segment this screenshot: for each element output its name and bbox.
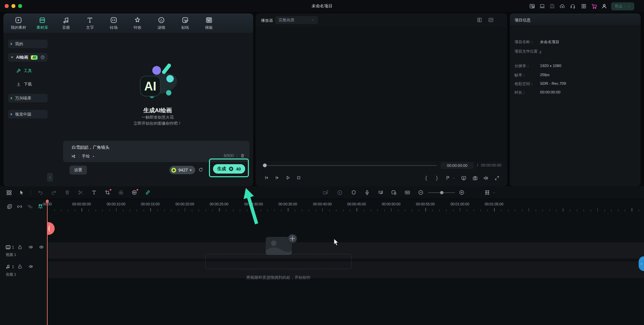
sidebar-item-my[interactable]: 我的 bbox=[8, 40, 48, 48]
screen-record-icon[interactable] bbox=[323, 190, 329, 196]
credits-pill[interactable]: 9427 + bbox=[169, 166, 195, 174]
prompt-input[interactable]: 白雪皑皑，广角镜头 bbox=[72, 145, 110, 150]
seek-bar[interactable] bbox=[262, 165, 437, 166]
audio-lock-icon[interactable] bbox=[17, 264, 22, 269]
play-icon[interactable] bbox=[285, 175, 291, 181]
ripple-edit-icon[interactable] bbox=[27, 204, 33, 209]
upload-cloud-icon[interactable] bbox=[559, 3, 565, 9]
refresh-credits-icon[interactable] bbox=[198, 167, 203, 172]
tab-stock-library[interactable]: 素材库 bbox=[32, 16, 53, 30]
playhead-top-marker[interactable] bbox=[46, 200, 49, 203]
playhead-handle[interactable] bbox=[48, 222, 55, 235]
generate-button[interactable]: 生成 40 bbox=[213, 164, 245, 174]
ai-audio-icon[interactable] bbox=[131, 190, 137, 195]
auto-link-icon[interactable] bbox=[17, 204, 22, 209]
zoom-slider-handle[interactable] bbox=[440, 191, 443, 194]
mirror-display-icon[interactable] bbox=[461, 175, 467, 181]
add-to-track-icon[interactable] bbox=[7, 204, 12, 209]
store-cart-icon[interactable] bbox=[591, 3, 597, 9]
add-text-icon[interactable] bbox=[91, 190, 97, 195]
scopes-icon[interactable] bbox=[488, 17, 494, 23]
style-selector[interactable]: 手绘 bbox=[82, 153, 95, 159]
delete-trash-icon[interactable] bbox=[64, 190, 70, 195]
sidebar-item-tools[interactable]: 工具 bbox=[13, 66, 53, 75]
volume-speaker-icon[interactable] bbox=[483, 175, 489, 181]
help-icon[interactable] bbox=[40, 55, 45, 60]
fullscreen-expand-icon[interactable] bbox=[494, 176, 499, 181]
player-layout-icon[interactable] bbox=[477, 17, 482, 23]
tab-effects[interactable]: 特效 bbox=[127, 16, 148, 30]
account-icon[interactable] bbox=[601, 3, 607, 9]
tab-audio[interactable]: 音频 bbox=[56, 16, 76, 30]
preview-play-icon[interactable] bbox=[337, 190, 343, 196]
sidebar-item-visual-china[interactable]: 视觉中国 bbox=[8, 110, 48, 119]
quality-dropdown[interactable]: 完整画质 bbox=[275, 16, 318, 24]
settings-button[interactable]: 设置 bbox=[69, 166, 87, 175]
link-clip-icon[interactable] bbox=[145, 190, 151, 195]
voiceover-mic-icon[interactable] bbox=[364, 190, 370, 195]
zoom-out-icon[interactable] bbox=[418, 190, 424, 195]
video-lock-icon[interactable] bbox=[17, 245, 22, 250]
shield-marker-icon[interactable] bbox=[351, 190, 357, 195]
export-chevron-icon[interactable] bbox=[627, 4, 631, 8]
device-preview-icon[interactable] bbox=[391, 190, 397, 195]
next-frame-icon[interactable] bbox=[274, 175, 280, 181]
workspace-icon[interactable] bbox=[539, 3, 545, 9]
char-counter: 9/500 bbox=[224, 153, 234, 158]
snapshot-camera-icon[interactable] bbox=[472, 175, 478, 181]
tab-templates[interactable]: 模板 bbox=[199, 16, 219, 30]
generate-cost: 40 bbox=[236, 167, 241, 172]
timeline-expand-tab[interactable] bbox=[639, 256, 644, 271]
info-value: 未命名项目 bbox=[540, 40, 559, 45]
support-headset-icon[interactable] bbox=[570, 3, 576, 9]
tab-filters[interactable]: 滤镜 bbox=[151, 16, 172, 30]
split-scissors-icon[interactable] bbox=[78, 190, 84, 195]
chevron-down-icon bbox=[11, 57, 13, 58]
audio-mixer-icon[interactable] bbox=[378, 190, 383, 195]
redo-icon[interactable] bbox=[51, 190, 57, 195]
sidebar-item-download[interactable]: 下载 bbox=[13, 80, 53, 88]
video-visibility-eye-icon[interactable] bbox=[39, 245, 44, 250]
marker-chevron-icon[interactable] bbox=[452, 177, 455, 180]
tab-label: 贴纸 bbox=[181, 25, 189, 30]
image-placeholder-icon bbox=[264, 234, 298, 258]
clear-prompt-trash-icon[interactable] bbox=[240, 153, 245, 158]
tab-text[interactable]: 文字 bbox=[79, 16, 100, 30]
mark-out-icon[interactable]: } bbox=[436, 175, 438, 181]
render-queue-icon[interactable] bbox=[529, 3, 535, 9]
track-height-chevron-icon[interactable] bbox=[492, 191, 496, 194]
previous-frame-icon[interactable] bbox=[264, 175, 269, 181]
stop-icon[interactable] bbox=[296, 175, 302, 181]
timeline-ruler[interactable]: 00:00 00:00:05:00 00:00:10:00 00:00:15:0… bbox=[47, 199, 644, 213]
sidebar-item-miao-library[interactable]: 万兴喵库 bbox=[8, 94, 48, 103]
seek-handle[interactable] bbox=[263, 164, 267, 167]
undo-icon[interactable] bbox=[38, 190, 43, 195]
color-wheels-icon[interactable] bbox=[118, 190, 124, 195]
media-blocks-icon[interactable] bbox=[6, 190, 12, 196]
apps-grid-icon[interactable] bbox=[581, 3, 587, 9]
export-button[interactable]: 导出 bbox=[611, 2, 634, 10]
save-icon[interactable] bbox=[549, 3, 555, 9]
info-label: 色彩空间： bbox=[515, 81, 543, 87]
mark-in-icon[interactable]: { bbox=[425, 175, 427, 181]
tab-label: 素材库 bbox=[37, 25, 48, 30]
shuffle-prompt-icon[interactable] bbox=[71, 154, 76, 159]
select-cursor-icon[interactable] bbox=[19, 190, 24, 195]
track-height-icon[interactable] bbox=[484, 190, 490, 195]
sidebar-item-ai-drawing[interactable]: AI绘画 AI bbox=[8, 53, 48, 62]
video-mute-icon[interactable] bbox=[28, 245, 33, 250]
credits-add[interactable]: + bbox=[190, 168, 192, 173]
info-label: 分辨率： bbox=[515, 64, 543, 69]
audio-mute-icon[interactable] bbox=[28, 264, 33, 269]
marker-flag-icon[interactable] bbox=[445, 175, 451, 181]
sidebar-collapse-button[interactable] bbox=[47, 173, 53, 182]
tab-stickers[interactable]: 贴纸 bbox=[175, 16, 196, 30]
player-label: 播放器 bbox=[261, 18, 273, 23]
playhead-line[interactable] bbox=[47, 199, 48, 325]
fit-timeline-icon[interactable] bbox=[405, 190, 410, 195]
tab-my-media[interactable]: 我的素材 bbox=[8, 16, 29, 30]
crop-icon[interactable] bbox=[105, 190, 110, 195]
snap-magnet-icon[interactable] bbox=[38, 204, 43, 209]
tab-transitions[interactable]: 转场 bbox=[103, 16, 124, 30]
zoom-in-icon[interactable] bbox=[459, 190, 465, 195]
